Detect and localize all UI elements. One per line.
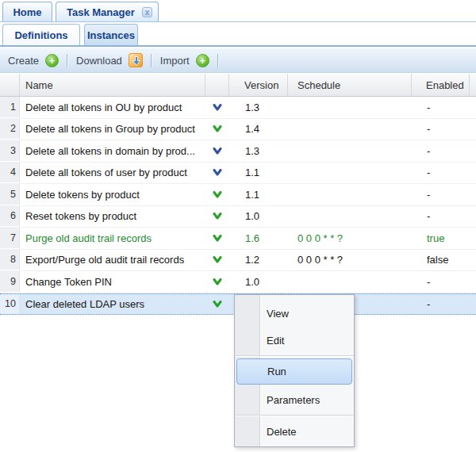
toolbar: Create + Download Import +	[0, 48, 476, 73]
version-cell: 1.1	[229, 184, 288, 205]
row-actions-cell	[205, 271, 229, 293]
column-header-actions	[205, 74, 229, 96]
table-row[interactable]: 8 Export/Purge old audit trail records 1…	[0, 250, 476, 272]
tab-task-manager-label: Task Manager	[67, 6, 135, 18]
toolbar-separator	[217, 54, 219, 67]
enabled-cell: -	[412, 271, 476, 293]
chevron-down-icon[interactable]	[213, 191, 222, 198]
task-name-cell: Delete all tokens of user by product	[20, 163, 205, 184]
chevron-down-icon[interactable]	[213, 104, 222, 111]
chevron-down-icon[interactable]	[213, 125, 222, 132]
table-row[interactable]: 7 Purge old audit trail records 1.6 0 0 …	[0, 228, 476, 250]
chevron-down-icon[interactable]	[213, 301, 222, 308]
row-actions-cell	[205, 250, 229, 271]
table-row[interactable]: 1 Delete all tokens in OU by product 1.3…	[0, 97, 476, 119]
row-number: 2	[0, 119, 20, 140]
enabled-cell: -	[412, 119, 476, 140]
menu-item[interactable]: Parameters	[235, 386, 354, 413]
chevron-down-icon[interactable]	[213, 278, 222, 285]
version-cell: 1.0	[229, 206, 288, 228]
table-row[interactable]: 9 Change Token PIN 1.0 -	[0, 271, 476, 293]
chevron-down-icon[interactable]	[213, 147, 222, 155]
plus-icon: +	[45, 54, 59, 67]
download-button[interactable]: Download	[76, 53, 143, 67]
task-name-cell: Purge old audit trail records	[20, 228, 205, 249]
column-header-name[interactable]: Name	[20, 74, 205, 96]
grid-header: Name Version Schedule Enabled	[0, 74, 476, 97]
chevron-down-icon[interactable]	[213, 256, 222, 263]
toolbar-separator	[151, 54, 152, 67]
menu-item[interactable]: Run	[236, 358, 352, 385]
menu-separator	[235, 355, 354, 357]
row-number: 5	[0, 184, 20, 205]
tab-definitions[interactable]: Definitions	[2, 24, 80, 45]
version-cell: 1.0	[229, 271, 288, 293]
sub-tab-bar: Definitions Instances	[0, 22, 476, 47]
table-row[interactable]: 3 Delete all tokens in domain by prod...…	[0, 140, 476, 163]
schedule-cell	[288, 140, 412, 162]
tab-task-manager[interactable]: Task Manager x	[56, 2, 159, 21]
enabled-cell: -	[412, 294, 476, 315]
menu-item-label: Edit	[267, 335, 284, 347]
row-number: 7	[0, 228, 20, 249]
row-actions-cell	[205, 119, 229, 140]
version-cell: 1.3	[229, 97, 288, 118]
schedule-cell	[288, 119, 412, 140]
column-header-schedule[interactable]: Schedule	[288, 74, 412, 96]
row-number: 8	[0, 250, 20, 271]
table-row[interactable]: 4 Delete all tokens of user by product 1…	[0, 163, 476, 185]
version-cell: 1.3	[229, 140, 288, 162]
enabled-cell: -	[412, 97, 476, 118]
create-button[interactable]: Create +	[8, 54, 59, 67]
column-header-enabled[interactable]: Enabled	[412, 74, 470, 96]
table-row[interactable]: 5 Delete tokens by product 1.1 -	[0, 184, 476, 206]
schedule-cell	[288, 97, 412, 118]
table-row[interactable]: 2 Delete all tokens in Group by product …	[0, 119, 476, 141]
version-cell: 1.1	[229, 163, 288, 184]
column-header-version[interactable]: Version	[229, 74, 288, 96]
schedule-cell	[288, 206, 412, 228]
menu-separator	[235, 415, 354, 416]
chevron-down-icon[interactable]	[213, 213, 222, 220]
enabled-cell: -	[412, 163, 476, 184]
enabled-cell: -	[412, 140, 476, 162]
task-name-cell: Delete all tokens in Group by product	[20, 119, 205, 140]
enabled-cell: -	[412, 184, 476, 205]
close-tab-icon[interactable]: x	[142, 7, 152, 17]
row-actions-cell	[205, 140, 229, 162]
menu-item[interactable]: Delete	[235, 418, 354, 445]
download-button-label: Download	[76, 55, 122, 67]
row-actions-cell	[205, 228, 229, 249]
tab-home-label: Home	[13, 6, 41, 18]
toolbar-separator	[67, 54, 68, 67]
task-name-cell: Clear deleted LDAP users	[20, 294, 205, 315]
menu-item[interactable]: View	[235, 300, 354, 327]
row-actions-cell	[205, 184, 229, 205]
tab-instances[interactable]: Instances	[84, 24, 138, 45]
chevron-down-icon[interactable]	[213, 169, 222, 176]
enabled-cell: true	[412, 228, 476, 249]
schedule-cell: 0 0 0 * * ?	[288, 250, 412, 271]
task-name-cell: Delete tokens by product	[20, 184, 205, 205]
row-actions-cell	[205, 206, 229, 228]
schedule-cell	[288, 163, 412, 184]
chevron-down-icon[interactable]	[213, 235, 222, 242]
row-actions-cell	[205, 97, 229, 118]
row-number: 3	[0, 140, 20, 162]
table-row[interactable]: 6 Reset tokens by product 1.0 -	[0, 206, 476, 228]
import-button[interactable]: Import +	[160, 54, 209, 67]
window-tab-bar: Home Task Manager x	[0, 0, 476, 22]
enabled-cell: false	[412, 250, 476, 271]
task-name-cell: Delete all tokens in domain by prod...	[20, 140, 205, 162]
tab-home[interactable]: Home	[2, 2, 52, 21]
task-name-cell: Export/Purge old audit trail records	[20, 250, 205, 271]
row-number: 9	[0, 271, 20, 293]
schedule-cell	[288, 271, 412, 293]
task-definitions-table: 1 Delete all tokens in OU by product 1.3…	[0, 97, 476, 315]
import-button-label: Import	[160, 55, 190, 67]
menu-item-label: Run	[267, 366, 286, 377]
menu-item[interactable]: Edit	[235, 327, 354, 354]
column-header-rownumber	[0, 74, 20, 96]
task-name-cell: Change Token PIN	[20, 271, 205, 293]
enabled-cell: -	[412, 206, 476, 228]
